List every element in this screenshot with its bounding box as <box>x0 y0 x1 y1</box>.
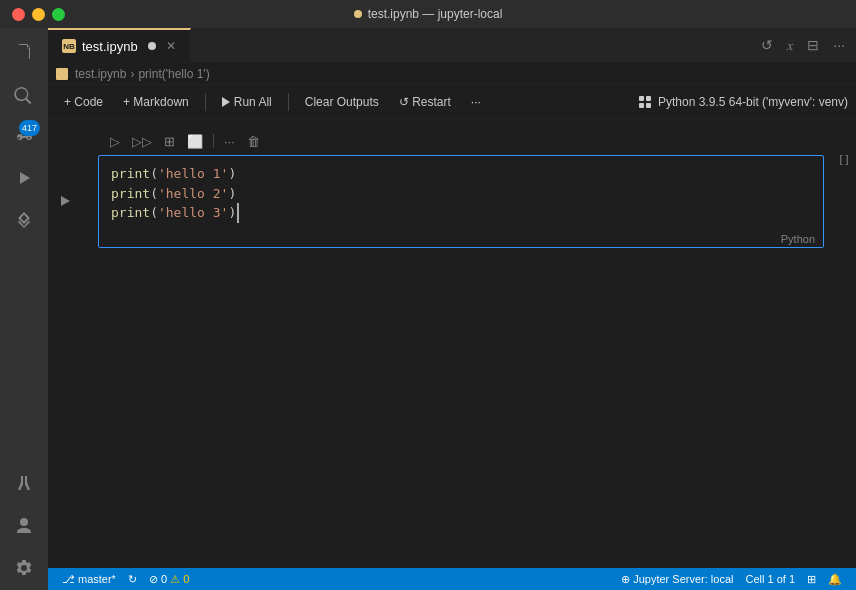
svg-rect-1 <box>646 96 651 101</box>
cell-info-label: Cell 1 of 1 <box>745 573 795 585</box>
code-line-1: print('hello 1') <box>111 164 811 184</box>
code-fn-1: print <box>111 164 150 184</box>
more-button[interactable]: ··· <box>463 92 489 112</box>
breadcrumb-file-icon <box>56 68 68 80</box>
tab-label: test.ipynb <box>82 39 138 54</box>
run-cell-button[interactable] <box>59 194 72 208</box>
bell-icon: 🔔 <box>828 573 842 586</box>
status-errors[interactable]: ⊘ 0 ⚠ 0 <box>143 568 195 590</box>
remote-icon: ⊞ <box>807 573 816 586</box>
run-cell-icon[interactable]: ▷ <box>106 132 124 151</box>
toolbar-separator-1 <box>205 93 206 111</box>
activity-icon-test[interactable] <box>4 464 44 504</box>
titlebar: test.ipynb — jupyter-local <box>0 0 856 28</box>
activity-bar: 417 <box>0 28 48 590</box>
breadcrumb-cell[interactable]: print('hello 1') <box>138 67 209 81</box>
code-line-3: print('hello 3') <box>111 203 811 223</box>
delete-cell-icon[interactable]: 🗑 <box>243 132 264 151</box>
svg-rect-0 <box>639 96 644 101</box>
svg-rect-3 <box>646 103 651 108</box>
add-markdown-button[interactable]: + Markdown <box>115 92 197 112</box>
status-bell[interactable]: 🔔 <box>822 568 848 590</box>
cell-execution-count: [ ] <box>832 149 856 165</box>
status-remote[interactable]: ⊞ <box>801 568 822 590</box>
minimize-button[interactable] <box>32 8 45 21</box>
run-triangle-icon <box>61 196 70 206</box>
tab-bar: NB test.ipynb ✕ ↺ 𝑥 ⊟ ··· <box>48 28 856 63</box>
code-fn-2: print <box>111 184 150 204</box>
code-fn-3: print <box>111 203 150 223</box>
titlebar-buttons <box>12 8 65 21</box>
cell-gutter <box>48 155 78 248</box>
close-button[interactable] <box>12 8 25 21</box>
activity-icon-search[interactable] <box>4 74 44 114</box>
tab-close-icon[interactable]: ✕ <box>166 39 176 53</box>
notebook-toolbar: + Code + Markdown Run All Clear Outputs … <box>48 85 856 119</box>
sync-icon: ↻ <box>128 573 137 586</box>
window-title: test.ipynb — jupyter-local <box>354 7 503 21</box>
status-jupyter[interactable]: ⊕ Jupyter Server: local <box>615 568 739 590</box>
split-editor-icon[interactable]: ⊟ <box>804 34 822 56</box>
code-cell[interactable]: print('hello 1') print('hello 2') print(… <box>98 155 824 248</box>
breadcrumb-file[interactable]: test.ipynb <box>75 67 126 81</box>
status-branch[interactable]: ⎇ master* <box>56 568 122 590</box>
activity-icon-source-control[interactable]: 417 <box>4 116 44 156</box>
run-all-button[interactable]: Run All <box>214 92 280 112</box>
tab-test-ipynb[interactable]: NB test.ipynb ✕ <box>48 28 191 62</box>
add-code-button[interactable]: + Code <box>56 92 111 112</box>
branch-label: master* <box>78 573 116 585</box>
modified-dot <box>354 10 362 18</box>
svg-rect-2 <box>639 103 644 108</box>
activity-icon-files[interactable] <box>4 32 44 72</box>
code-line-2: print('hello 2') <box>111 184 811 204</box>
cell-language-label: Python <box>99 231 823 247</box>
kernel-info[interactable]: Python 3.9.5 64-bit ('myvenv': venv) <box>638 95 848 109</box>
run-above-icon[interactable]: ▷▷ <box>128 132 156 151</box>
activity-icon-settings[interactable] <box>4 548 44 588</box>
cell-toolbar: ▷ ▷▷ ⊞ ⬜ ··· 🗑 <box>94 127 856 155</box>
tab-bar-actions: ↺ 𝑥 ⊟ ··· <box>750 28 856 62</box>
code-cell-container: print('hello 1') print('hello 2') print(… <box>48 155 856 248</box>
no-errors-label: ⊘ 0 <box>149 573 167 586</box>
kernel-label: Python 3.9.5 64-bit ('myvenv': venv) <box>658 95 848 109</box>
branch-icon: ⎇ <box>62 573 75 586</box>
kernel-icon <box>638 95 652 109</box>
run-all-label: Run All <box>234 95 272 109</box>
notebook-icon: NB <box>62 39 76 53</box>
breadcrumb-separator: › <box>130 67 134 81</box>
restart-button[interactable]: ↺ Restart <box>391 92 459 112</box>
notebook-content: ▷ ▷▷ ⊞ ⬜ ··· 🗑 print('hello <box>48 119 856 568</box>
variables-icon[interactable]: 𝑥 <box>784 34 796 57</box>
activity-icon-account[interactable] <box>4 506 44 546</box>
jupyter-server-icon: ⊕ <box>621 573 630 586</box>
status-bar: ⎇ master* ↻ ⊘ 0 ⚠ 0 ⊕ Jupyter Server: lo… <box>48 568 856 590</box>
clear-outputs-button[interactable]: Clear Outputs <box>297 92 387 112</box>
more-actions-icon[interactable]: ··· <box>830 34 848 56</box>
title-text: test.ipynb — jupyter-local <box>368 7 503 21</box>
status-cell-info[interactable]: Cell 1 of 1 <box>739 568 801 590</box>
jupyter-server-label: Jupyter Server: local <box>633 573 733 585</box>
run-all-cells-icon[interactable]: ⊞ <box>160 132 179 151</box>
cell-more-icon[interactable]: ··· <box>220 132 239 151</box>
activity-icon-run[interactable] <box>4 158 44 198</box>
status-sync[interactable]: ↻ <box>122 568 143 590</box>
toolbar-separator-2 <box>288 93 289 111</box>
history-icon[interactable]: ↺ <box>758 34 776 56</box>
run-all-icon <box>222 97 230 107</box>
code-editor[interactable]: print('hello 1') print('hello 2') print(… <box>99 156 823 231</box>
tab-modified-dot <box>148 42 156 50</box>
cell-toolbar-sep <box>213 134 214 148</box>
breadcrumb: test.ipynb › print('hello 1') <box>48 63 856 85</box>
badge-count: 417 <box>19 120 40 136</box>
maximize-button[interactable] <box>52 8 65 21</box>
warnings-label: ⚠ 0 <box>170 573 189 586</box>
stop-icon[interactable]: ⬜ <box>183 132 207 151</box>
editor-area: NB test.ipynb ✕ ↺ 𝑥 ⊟ ··· test.ipynb › p… <box>48 28 856 590</box>
activity-icon-extensions[interactable] <box>4 200 44 240</box>
